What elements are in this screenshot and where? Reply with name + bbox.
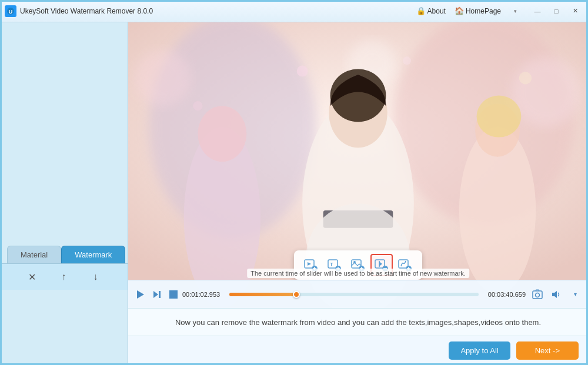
sidebar-tabs: Material Watermark [0, 22, 128, 263]
close-button[interactable]: ✕ [567, 5, 583, 18]
sidebar: Material Watermark ✕ ↑ ↓ [0, 22, 128, 365]
move-up-button[interactable]: ↑ [57, 270, 71, 284]
next-button[interactable]: Next -> [516, 341, 579, 360]
about-label: About [427, 7, 446, 15]
svg-marker-46 [137, 290, 144, 299]
description-text: Now you can remove the watermark from vi… [175, 318, 541, 327]
svg-point-18 [297, 65, 308, 76]
home-icon: 🏠 [455, 7, 463, 15]
svg-marker-39 [379, 262, 382, 266]
lock-icon: 🔒 [417, 7, 425, 15]
title-left: U UkeySoft Video Watermark Remover 8.0.0 [5, 5, 153, 17]
bottom-bar: Apply to All Next -> [128, 336, 588, 365]
maximize-button[interactable]: □ [548, 5, 564, 18]
video-area: T [128, 22, 588, 308]
svg-text:U: U [9, 9, 13, 15]
minimize-button[interactable]: — [529, 5, 546, 18]
svg-point-17 [477, 95, 522, 137]
about-nav[interactable]: 🔒 About [417, 7, 446, 15]
progress-bar[interactable] [229, 293, 479, 296]
window-controls: — □ ✕ [529, 5, 583, 18]
svg-point-9 [198, 106, 246, 162]
svg-marker-51 [552, 291, 557, 298]
play-button[interactable] [134, 288, 147, 301]
svg-text:T: T [330, 262, 333, 267]
sidebar-toolbar: ✕ ↑ ↓ [0, 263, 128, 290]
screenshot-button[interactable] [530, 287, 544, 302]
svg-marker-26 [308, 262, 311, 266]
volume-button[interactable] [549, 287, 563, 302]
svg-point-20 [193, 101, 203, 111]
svg-point-19 [403, 56, 411, 65]
apply-all-button[interactable]: Apply to All [449, 341, 510, 360]
current-time: 00:01:02.953 [182, 291, 225, 298]
homepage-label: HomePage [466, 7, 501, 15]
tab-material[interactable]: Material [7, 246, 61, 263]
move-down-button[interactable]: ↓ [89, 270, 103, 284]
svg-point-6 [512, 57, 582, 127]
step-forward-button[interactable] [152, 288, 165, 301]
progress-thumb[interactable] [293, 291, 300, 298]
svg-marker-47 [153, 291, 158, 298]
title-right: 🔒 About 🏠 HomePage ▾ — □ ✕ [417, 5, 583, 18]
progress-fill [229, 293, 296, 296]
app-title: UkeySoft Video Watermark Remover 8.0.0 [20, 7, 153, 15]
svg-point-21 [519, 72, 532, 84]
stop-button[interactable] [169, 290, 178, 299]
tab-watermark[interactable]: Watermark [61, 246, 125, 263]
nav-dropdown[interactable]: ▾ [510, 6, 520, 16]
main-layout: Material Watermark ✕ ↑ ↓ [0, 22, 588, 365]
delete-item-button[interactable]: ✕ [25, 270, 39, 284]
title-bar: U UkeySoft Video Watermark Remover 8.0.0… [0, 0, 588, 22]
slider-tooltip: The current time of slider will be used … [247, 269, 469, 277]
volume-dropdown[interactable]: ▾ [568, 287, 582, 302]
homepage-nav[interactable]: 🏠 HomePage [455, 7, 501, 15]
svg-rect-48 [159, 291, 161, 298]
app-icon: U [5, 5, 16, 17]
svg-point-5 [135, 50, 191, 106]
content-area: T [128, 22, 588, 365]
svg-point-50 [536, 293, 540, 297]
player-controls: 00:01:02.953 00:03:40.659 [128, 280, 588, 308]
description-area: Now you can remove the watermark from vi… [128, 308, 588, 336]
total-time: 00:03:40.659 [483, 291, 526, 298]
